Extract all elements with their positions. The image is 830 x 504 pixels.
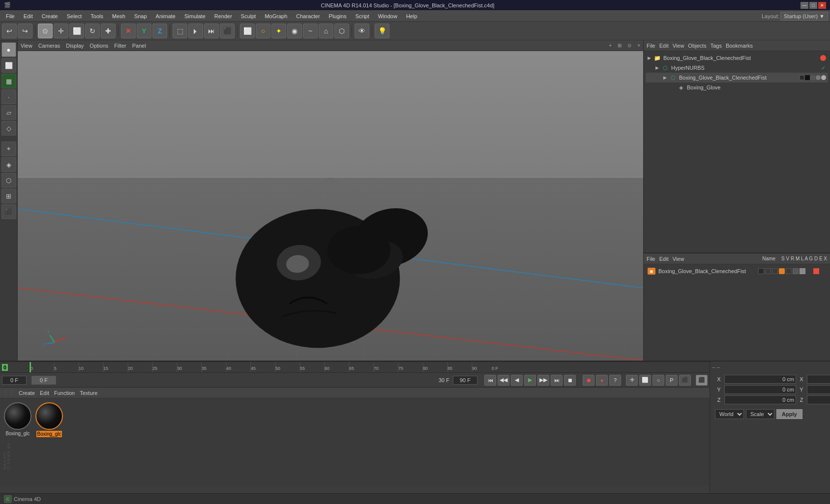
scene-menu-file[interactable]: File bbox=[647, 43, 655, 49]
coord-y-size-input[interactable] bbox=[807, 385, 830, 394]
spline-button[interactable]: ~ bbox=[303, 24, 318, 38]
menu-snap[interactable]: Snap bbox=[130, 12, 151, 20]
timeline-btn[interactable]: ⬛ bbox=[696, 375, 708, 386]
stereo-button[interactable]: 👁 bbox=[355, 24, 369, 38]
auto-key-button[interactable]: ● bbox=[596, 375, 608, 386]
menu-animate[interactable]: Animate bbox=[152, 12, 179, 20]
tree-item-glove-fist[interactable]: ▶ ⬡ Boxing_Glove_Black_ClenechedFist bbox=[646, 73, 828, 83]
viewport-canvas[interactable]: Perspective bbox=[18, 51, 643, 361]
menu-render[interactable]: Render bbox=[210, 12, 236, 20]
play-back-button[interactable]: ◀ bbox=[511, 375, 523, 386]
world-select[interactable]: World Local bbox=[715, 409, 744, 419]
menu-create[interactable]: Create bbox=[38, 12, 62, 20]
light-button[interactable]: ✦ bbox=[271, 24, 286, 38]
render-queue-button[interactable]: ⬛ bbox=[220, 24, 235, 38]
material-item-2[interactable]: Boxing_glc bbox=[35, 402, 63, 437]
frame-current-input[interactable] bbox=[31, 376, 56, 385]
cube-button[interactable]: ⬜ bbox=[240, 24, 255, 38]
goto-end-button[interactable]: ⏭ bbox=[551, 375, 563, 386]
viewport-menu-view[interactable]: View bbox=[21, 43, 32, 49]
x-tool-button[interactable]: ✕ bbox=[121, 24, 136, 38]
cycle-button[interactable]: ○ bbox=[652, 375, 664, 386]
scene-menu-view[interactable]: View bbox=[673, 43, 684, 49]
menu-window[interactable]: Window bbox=[374, 12, 401, 20]
dope-sheet-button[interactable]: ⬛ bbox=[679, 375, 691, 386]
sphere-button[interactable]: ○ bbox=[256, 24, 270, 38]
move-tool-button[interactable]: ✛ bbox=[54, 24, 68, 38]
scale-tool-button[interactable]: ⬜ bbox=[69, 24, 84, 38]
material-item-1[interactable]: Boxing_glc bbox=[4, 402, 31, 436]
viewport-expand-icon[interactable]: × bbox=[637, 43, 640, 48]
viewport-menu-cameras[interactable]: Cameras bbox=[38, 43, 60, 49]
menu-mograph[interactable]: MoGraph bbox=[261, 12, 291, 20]
attr-menu-file[interactable]: File bbox=[647, 256, 655, 262]
render-region-button[interactable]: ⬚ bbox=[173, 24, 187, 38]
menu-select[interactable]: Select bbox=[63, 12, 86, 20]
record-button[interactable]: ⏺ bbox=[583, 375, 594, 386]
render-view-button[interactable]: ⏵ bbox=[188, 24, 203, 38]
deform-button[interactable]: ⬡ bbox=[334, 24, 349, 38]
pivot-button[interactable]: P bbox=[666, 375, 678, 386]
mat-menu-edit[interactable]: Edit bbox=[40, 390, 49, 396]
goto-start-button[interactable]: ⏮ bbox=[484, 375, 496, 386]
coord-z-pos-input[interactable] bbox=[724, 395, 796, 404]
z-tool-button[interactable]: Z bbox=[152, 24, 167, 38]
step-forward-button[interactable]: ▶▶ bbox=[537, 375, 549, 386]
step-back-button[interactable]: ◀◀ bbox=[498, 375, 509, 386]
select-tool-button[interactable]: ⊙ bbox=[38, 24, 53, 38]
undo-button[interactable]: ↩ bbox=[2, 24, 17, 38]
move-keys-button[interactable]: ✛ bbox=[626, 375, 638, 386]
viewport-menu-options[interactable]: Options bbox=[89, 43, 108, 49]
mode-polys-button[interactable]: ◇ bbox=[1, 121, 16, 136]
layout-selector[interactable]: Startup (User) ▼ bbox=[780, 12, 828, 21]
menu-character[interactable]: Character bbox=[292, 12, 324, 20]
menu-simulate[interactable]: Simulate bbox=[180, 12, 209, 20]
mat-menu-function[interactable]: Function bbox=[54, 390, 75, 396]
attr-menu-view[interactable]: View bbox=[673, 256, 684, 262]
render-all-button[interactable]: ⏭ bbox=[204, 24, 219, 38]
key-all-button[interactable]: ? bbox=[609, 375, 621, 386]
play-forward-button[interactable]: ▶ bbox=[524, 375, 536, 386]
viewport-menu-filter[interactable]: Filter bbox=[114, 43, 126, 49]
xray-button[interactable]: ⬡ bbox=[1, 173, 16, 188]
mode-points-button[interactable]: · bbox=[1, 89, 16, 104]
coord-x-size-input[interactable] bbox=[807, 375, 830, 384]
grid-button[interactable]: ⊞ bbox=[1, 189, 16, 203]
coord-y-pos-input[interactable] bbox=[724, 385, 796, 394]
maximize-button[interactable]: □ bbox=[809, 2, 817, 9]
menu-plugins[interactable]: Plugins bbox=[325, 12, 351, 20]
mode-object-button[interactable]: ● bbox=[1, 42, 16, 57]
menu-file[interactable]: File bbox=[2, 12, 19, 20]
menu-mesh[interactable]: Mesh bbox=[108, 12, 129, 20]
viewport-menu-panel[interactable]: Panel bbox=[132, 43, 146, 49]
timeline-track[interactable]: 0 5 10 15 20 25 30 35 40 45 50 55 bbox=[30, 362, 710, 372]
attr-menu-edit[interactable]: Edit bbox=[659, 256, 669, 262]
tree-item-hypernurbs[interactable]: ▶ ⬡ HyperNURBS ✓ bbox=[646, 63, 828, 73]
frame-end-input[interactable] bbox=[453, 376, 477, 385]
menu-sculpt[interactable]: Sculpt bbox=[237, 12, 260, 20]
mat-menu-texture[interactable]: Texture bbox=[80, 390, 97, 396]
scene-menu-bookmarks[interactable]: Bookmarks bbox=[726, 43, 753, 49]
close-button[interactable]: ✕ bbox=[818, 2, 826, 9]
floor-button[interactable]: ⬛ bbox=[1, 204, 16, 219]
mat-menu-create[interactable]: Create bbox=[19, 390, 35, 396]
scene-menu-objects[interactable]: Objects bbox=[688, 43, 706, 49]
nurbs-button[interactable]: ⌂ bbox=[319, 24, 333, 38]
minimize-button[interactable]: — bbox=[800, 2, 808, 9]
tree-item-root[interactable]: ▶ 📁 Boxing_Glove_Black_ClenechedFist bbox=[646, 53, 828, 63]
snap-button[interactable]: ⌖ bbox=[1, 141, 16, 156]
viewport-menu-display[interactable]: Display bbox=[66, 43, 84, 49]
stop-button[interactable]: ⏹ bbox=[564, 375, 576, 386]
scene-menu-edit[interactable]: Edit bbox=[659, 43, 669, 49]
attr-item-glove[interactable]: ▣ Boxing_Glove_Black_ClenechedFist bbox=[646, 266, 828, 276]
mode-edges-button[interactable]: ▱ bbox=[1, 105, 16, 120]
viewport-settings-icon[interactable]: ⊙ bbox=[627, 43, 631, 48]
frame-start-input[interactable] bbox=[2, 376, 27, 385]
light-icon-button[interactable]: 💡 bbox=[375, 24, 389, 38]
mode-edit-button[interactable]: ⬜ bbox=[1, 58, 16, 73]
mode-uv-button[interactable]: ▦ bbox=[1, 74, 16, 88]
menu-edit[interactable]: Edit bbox=[20, 12, 37, 20]
coord-z-size-input[interactable] bbox=[807, 395, 830, 404]
solo-button[interactable]: ◈ bbox=[1, 157, 16, 172]
menu-help[interactable]: Help bbox=[402, 12, 421, 20]
